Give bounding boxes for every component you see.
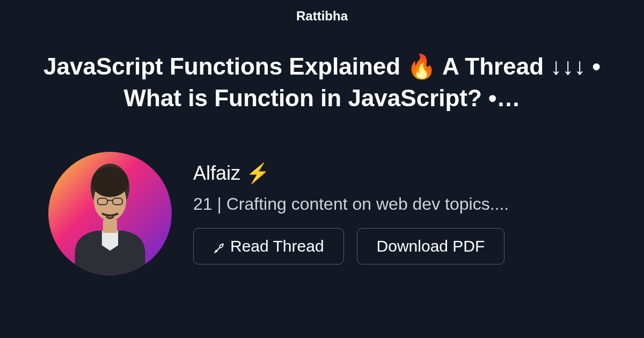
feather-icon (213, 240, 226, 253)
download-pdf-button[interactable]: Download PDF (357, 228, 505, 264)
svg-rect-6 (103, 220, 117, 233)
author-section: Alfaiz ⚡ 21 | Crafting content on web de… (0, 114, 644, 275)
svg-point-2 (92, 167, 129, 197)
author-info: Alfaiz ⚡ 21 | Crafting content on web de… (193, 162, 644, 264)
avatar (48, 152, 172, 275)
read-thread-button[interactable]: Read Thread (193, 228, 344, 264)
download-pdf-label: Download PDF (377, 237, 485, 255)
avatar-image (64, 161, 157, 275)
author-bio: 21 | Crafting content on web dev topics.… (193, 194, 601, 214)
thread-title: JavaScript Functions Explained 🔥 A Threa… (0, 24, 644, 114)
read-thread-label: Read Thread (230, 237, 324, 255)
button-row: Read Thread Download PDF (193, 228, 644, 264)
author-name: Alfaiz ⚡ (193, 162, 644, 185)
site-title: Rattibha (0, 0, 644, 24)
